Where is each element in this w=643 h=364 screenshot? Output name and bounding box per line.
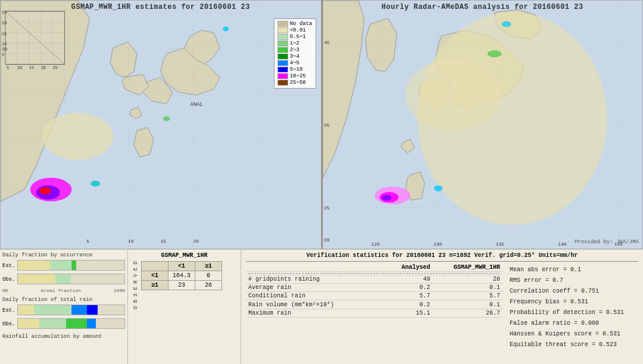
main-container: GSMAP_MWR_1HR estimates for 20160601 23 … <box>0 0 643 364</box>
svg-point-74 <box>434 186 442 192</box>
stat-rain-vol-label: Rain volume (mm*km²×10⁶) <box>246 300 387 309</box>
stats-table: Analysed GSMAP_MWR_1HR # gridpoints rain… <box>246 263 502 318</box>
right-map-panel: Hourly Radar-AMeDAS analysis for 2016060… <box>322 0 644 249</box>
svg-text:35: 35 <box>323 123 329 128</box>
svg-text:5: 5 <box>7 65 9 70</box>
stat-prob-detection: Probability of detection = 0.531 <box>510 307 636 318</box>
chart-title-2: Daily fraction of total rain <box>2 297 125 303</box>
stat-row-cond-rain: Conditional rain 5.7 5.7 <box>246 292 502 300</box>
svg-text:15: 15 <box>161 239 167 244</box>
ct-val-11: 26 <box>195 281 222 290</box>
stat-row-rain-volume: Rain volume (mm*km²×10⁶) 0.2 0.1 <box>246 300 502 309</box>
svg-text:20: 20 <box>41 65 46 70</box>
stat-gridpoints-analysed: 49 <box>387 275 432 284</box>
contingency-panel: GSMAP_MWR_1HR O B S E R V E D <1 ≥1 <box>128 250 241 364</box>
svg-text:30: 30 <box>2 46 8 52</box>
svg-text:10: 10 <box>128 239 134 244</box>
svg-point-22 <box>223 27 229 32</box>
chart-bottom-label: Rainfall accumulation by amount <box>2 334 125 340</box>
stat-max-rain-gsmap: 26.7 <box>433 309 502 318</box>
stats-left: Analysed GSMAP_MWR_1HR # gridpoints rain… <box>246 263 502 362</box>
svg-text:5: 5 <box>2 52 4 57</box>
stat-equitable-threat: Equitable threat score = 0.523 <box>510 340 636 350</box>
svg-point-23 <box>163 117 170 121</box>
stat-rms-error: RMS error = 0.7 <box>510 275 636 286</box>
right-map-title: Hourly Radar-AMeDAS analysis for 2016060… <box>323 3 643 11</box>
left-map-svg: 25 20 15 10 5 5 10 15 20 25 30 5 10 15 2… <box>1 1 321 249</box>
obs-label-2: Obs. <box>2 321 15 327</box>
svg-text:25: 25 <box>53 65 58 70</box>
svg-text:20: 20 <box>2 21 7 26</box>
ct-val-00: 164.3 <box>168 271 195 281</box>
ct-corner <box>142 262 168 271</box>
ct-title: GSMAP_MWR_1HR <box>132 252 237 259</box>
svg-text:10: 10 <box>17 65 22 70</box>
obs-label-1: Obs. <box>2 277 15 283</box>
stat-false-alarm: False alarm ratio = 0.000 <box>510 318 636 329</box>
stat-rain-vol-gsmap: 0.1 <box>433 300 502 309</box>
svg-text:125: 125 <box>371 241 380 247</box>
svg-text:15: 15 <box>29 65 34 70</box>
stat-mean-abs-error: Mean abs error = 0.1 <box>510 265 636 275</box>
svg-text:20: 20 <box>323 237 329 243</box>
stats-panel: Verification statistics for 20160601 23 … <box>241 250 643 364</box>
svg-point-17 <box>42 113 113 160</box>
stat-hanssen-kuipers: Hanssen & Kuipers score = 0.531 <box>510 329 636 340</box>
stat-avg-rain-analysed: 0.2 <box>387 284 432 292</box>
stat-row-max-rain: Maximum rain 15.1 26.7 <box>246 309 502 318</box>
charts-panel: Daily fraction by occurrence Est. Obs. <box>0 250 128 364</box>
stat-avg-rain-label: Average rain <box>246 284 387 292</box>
right-map-watermark: Provided by: JWA/JMA <box>575 239 639 245</box>
svg-point-20 <box>39 187 51 194</box>
svg-text:25: 25 <box>323 205 329 211</box>
col-header-analysed: Analysed <box>387 263 432 272</box>
svg-point-75 <box>487 50 501 57</box>
stat-max-rain-label: Maximum rain <box>246 309 387 318</box>
stat-cond-rain-label: Conditional rain <box>246 292 387 300</box>
svg-point-73 <box>382 195 391 201</box>
top-row: GSMAP_MWR_1HR estimates for 20160601 23 … <box>0 0 643 250</box>
ct-val-10: 23 <box>168 281 195 290</box>
stat-row-gridpoints: # gridpoints raining 49 26 <box>246 275 502 284</box>
stat-gridpoints-label: # gridpoints raining <box>246 275 387 284</box>
left-map-legend: No data <0.01 0.5~1 1~2 2~3 3~4 4~5 5~10… <box>274 18 316 89</box>
stat-row-avg-rain: Average rain 0.2 0.1 <box>246 284 502 292</box>
stats-inner: Analysed GSMAP_MWR_1HR # gridpoints rain… <box>246 263 638 362</box>
ct-table: <1 ≥1 <1 164.3 0 ≥1 <box>141 261 222 290</box>
stat-freq-bias: Frequency bias = 0.531 <box>510 297 636 307</box>
ct-row-lt1: <1 164.3 0 <box>142 271 222 281</box>
ct-row-label-ge1: ≥1 <box>142 281 168 290</box>
svg-text:10: 10 <box>2 42 7 46</box>
left-map-title: GSMAP_MWR_1HR estimates for 20160601 23 <box>1 3 321 11</box>
svg-text:20: 20 <box>193 239 199 244</box>
svg-text:5: 5 <box>86 239 89 244</box>
stat-cond-rain-gsmap: 5.7 <box>433 292 502 300</box>
svg-text:15: 15 <box>2 32 7 36</box>
chart-title-1: Daily fraction by occurrence <box>2 252 125 258</box>
ct-col-lt1: <1 <box>168 262 195 271</box>
stats-title: Verification statistics for 20160601 23 … <box>246 252 638 259</box>
est-label-1: Est. <box>2 263 15 269</box>
stat-avg-rain-gsmap: 0.1 <box>433 284 502 292</box>
bottom-row: Daily fraction by occurrence Est. Obs. <box>0 250 643 364</box>
svg-point-70 <box>405 59 500 130</box>
ct-val-01: 0 <box>195 271 222 281</box>
col-header-gsmap: GSMAP_MWR_1HR <box>433 263 502 272</box>
stat-cond-rain-analysed: 5.7 <box>387 292 432 300</box>
svg-text:130: 130 <box>433 241 442 247</box>
svg-text:45: 45 <box>323 40 329 45</box>
svg-point-76 <box>501 21 511 27</box>
stat-rain-vol-analysed: 0.2 <box>387 300 432 309</box>
ct-col-ge1: ≥1 <box>195 262 222 271</box>
chart-axis-1: 0%Areal fraction100% <box>2 288 125 293</box>
svg-text:135: 135 <box>495 241 504 247</box>
est-label-2: Est. <box>2 307 15 313</box>
col-header-blank <box>246 263 387 272</box>
right-map-svg: 45 35 25 20 125 130 135 140 145 <box>323 1 643 249</box>
ct-row-label-lt1: <1 <box>142 271 168 281</box>
stat-gridpoints-gsmap: 26 <box>433 275 502 284</box>
svg-point-21 <box>90 181 100 187</box>
left-map-panel: GSMAP_MWR_1HR estimates for 20160601 23 … <box>0 0 322 249</box>
stat-max-rain-analysed: 15.1 <box>387 309 432 318</box>
ct-row-ge1: ≥1 23 26 <box>142 281 222 290</box>
